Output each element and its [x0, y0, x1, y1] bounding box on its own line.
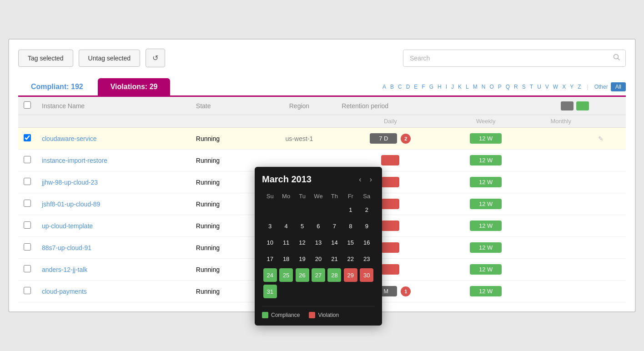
calendar-day-cell[interactable]: 11: [278, 234, 294, 251]
calendar-day-cell[interactable]: 8: [342, 218, 358, 234]
cal-day-11[interactable]: 11: [279, 236, 293, 249]
calendar-day-cell[interactable]: 25: [278, 267, 294, 283]
cal-day-31[interactable]: 31: [263, 285, 277, 298]
alpha-Y[interactable]: Y: [569, 83, 575, 91]
row-checkbox[interactable]: [24, 243, 31, 251]
calendar-day-cell[interactable]: 29: [342, 267, 358, 283]
cal-day-24[interactable]: 24: [263, 268, 277, 282]
cal-day-30[interactable]: 30: [360, 268, 373, 282]
instance-name-link[interactable]: jshf8-01-up-cloud-89: [42, 201, 100, 208]
row-checkbox[interactable]: [24, 178, 31, 185]
instance-name-link[interactable]: 88s7-up-cloud-91: [42, 244, 91, 251]
alpha-H[interactable]: H: [436, 83, 443, 91]
alpha-Q[interactable]: Q: [504, 83, 511, 91]
tab-violations[interactable]: Violations: 29: [98, 78, 171, 95]
calendar-day-cell[interactable]: 3: [262, 218, 278, 234]
calendar-day-cell[interactable]: 19: [294, 251, 310, 267]
calendar-day-cell[interactable]: 23: [359, 251, 375, 267]
calendar-day-cell[interactable]: 20: [310, 251, 326, 267]
instance-name-link[interactable]: cloudaware-service: [42, 135, 97, 142]
calendar-day-cell[interactable]: 18: [278, 251, 294, 267]
calendar-day-cell[interactable]: 5: [294, 218, 310, 234]
alpha-M[interactable]: M: [472, 83, 479, 91]
tag-selected-button[interactable]: Tag selected: [18, 50, 73, 67]
calendar-day-cell[interactable]: 15: [342, 234, 358, 251]
alpha-E[interactable]: E: [413, 83, 419, 91]
cal-day-28[interactable]: 28: [327, 268, 341, 282]
alpha-other[interactable]: Other: [593, 83, 609, 91]
calendar-prev-button[interactable]: ‹: [356, 175, 364, 185]
cal-day-18[interactable]: 18: [279, 252, 293, 266]
instance-name-link[interactable]: up-cloud-template: [42, 222, 93, 230]
weekly-badge[interactable]: 12 W: [470, 264, 502, 275]
cal-day-1[interactable]: 1: [344, 203, 357, 216]
cal-day-29[interactable]: 29: [344, 268, 357, 282]
untag-selected-button[interactable]: Untag selected: [79, 50, 140, 67]
calendar-day-cell[interactable]: 12: [294, 234, 310, 251]
calendar-day-cell[interactable]: 7: [327, 218, 342, 234]
alpha-J[interactable]: J: [450, 83, 455, 91]
calendar-day-cell[interactable]: 4: [278, 218, 294, 234]
row-checkbox[interactable]: [24, 200, 31, 207]
alpha-all-button[interactable]: All: [611, 82, 626, 91]
calendar-day-cell[interactable]: 17: [262, 251, 278, 267]
calendar-day-cell[interactable]: 10: [262, 234, 278, 251]
row-checkbox[interactable]: [24, 134, 31, 141]
row-checkbox[interactable]: [24, 287, 31, 294]
alpha-G[interactable]: G: [428, 83, 435, 91]
alpha-F[interactable]: F: [420, 83, 426, 91]
daily-violation-badge[interactable]: [381, 199, 399, 209]
tab-compliant[interactable]: Compliant: 192: [18, 78, 96, 95]
cal-day-5[interactable]: 5: [296, 219, 309, 233]
weekly-badge[interactable]: 12 W: [470, 155, 502, 165]
search-input[interactable]: [403, 50, 626, 67]
alpha-U[interactable]: U: [536, 83, 543, 91]
instance-name-link[interactable]: cloud-payments: [42, 288, 87, 295]
weekly-badge[interactable]: 12 W: [470, 133, 502, 144]
daily-badge[interactable]: 7 D: [370, 133, 397, 144]
daily-violation-badge[interactable]: [381, 155, 399, 165]
calendar-day-cell[interactable]: 22: [342, 251, 358, 267]
refresh-button[interactable]: ↺: [146, 49, 165, 67]
cal-day-16[interactable]: 16: [360, 236, 373, 249]
calendar-day-cell[interactable]: 14: [327, 234, 342, 251]
edit-icon[interactable]: ✎: [598, 135, 604, 142]
calendar-day-cell[interactable]: 21: [327, 251, 342, 267]
cal-day-4[interactable]: 4: [279, 219, 293, 233]
calendar-day-cell[interactable]: 2: [359, 201, 375, 218]
calendar-day-cell[interactable]: 24: [262, 267, 278, 283]
cal-day-6[interactable]: 6: [312, 219, 325, 233]
calendar-next-button[interactable]: ›: [367, 175, 375, 185]
alpha-N[interactable]: N: [480, 83, 487, 91]
cal-day-3[interactable]: 3: [263, 219, 277, 233]
alpha-S[interactable]: S: [521, 83, 527, 91]
cal-day-14[interactable]: 14: [327, 236, 341, 249]
cal-day-2[interactable]: 2: [360, 203, 373, 216]
cal-day-8[interactable]: 8: [344, 219, 357, 233]
alpha-R[interactable]: R: [513, 83, 519, 91]
alpha-B[interactable]: B: [389, 83, 395, 91]
instance-name-link[interactable]: anders-12-jj-talk: [42, 266, 87, 273]
daily-violation-badge[interactable]: [381, 221, 399, 231]
instance-name-link[interactable]: jjhw-98-up-cloud-23: [42, 179, 98, 186]
alpha-A[interactable]: A: [381, 83, 387, 91]
weekly-badge[interactable]: 12 W: [470, 177, 502, 187]
cal-day-23[interactable]: 23: [360, 252, 373, 266]
alpha-T[interactable]: T: [528, 83, 534, 91]
row-checkbox[interactable]: [24, 156, 31, 163]
instance-name-link[interactable]: instance-import-restore: [42, 157, 107, 164]
cal-day-27[interactable]: 27: [312, 268, 325, 282]
weekly-badge[interactable]: 12 W: [470, 199, 502, 209]
calendar-day-cell[interactable]: 31: [262, 283, 278, 300]
cal-day-26[interactable]: 26: [296, 268, 309, 282]
alpha-L[interactable]: L: [464, 83, 470, 91]
daily-violation-badge[interactable]: [381, 177, 399, 187]
cal-day-7[interactable]: 7: [327, 219, 341, 233]
alpha-D[interactable]: D: [405, 83, 412, 91]
calendar-day-cell[interactable]: 30: [359, 267, 375, 283]
alpha-Z[interactable]: Z: [576, 83, 582, 91]
cal-day-12[interactable]: 12: [296, 236, 309, 249]
calendar-day-cell[interactable]: 16: [359, 234, 375, 251]
alpha-P[interactable]: P: [497, 83, 503, 91]
alpha-X[interactable]: X: [561, 83, 567, 91]
